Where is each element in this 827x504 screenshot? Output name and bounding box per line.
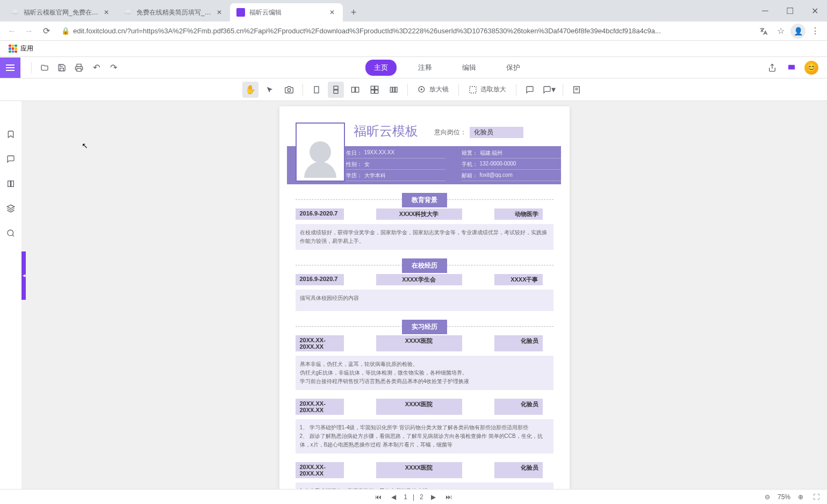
sidebar-collapse-handle[interactable] xyxy=(21,251,26,300)
intern-company[interactable]: XXXX医院 xyxy=(376,399,462,415)
save-button[interactable] xyxy=(55,61,68,74)
browser-tab-2[interactable]: ☁️ 免费在线精美简历填写_专业简历 ✕ xyxy=(117,3,230,21)
gender-value[interactable]: 女 xyxy=(364,161,370,168)
single-page-view[interactable] xyxy=(308,82,325,98)
comment-tool[interactable] xyxy=(522,82,538,98)
phone-value[interactable]: 132-0000-0000 xyxy=(480,161,516,168)
undo-button[interactable]: ↶ xyxy=(90,61,103,74)
tab-protect[interactable]: 保护 xyxy=(498,60,529,76)
position-value[interactable]: 化验员 xyxy=(470,127,523,138)
svg-rect-7 xyxy=(371,86,374,89)
layers-panel-button[interactable] xyxy=(4,202,17,215)
email-value[interactable]: foxit@qq.com xyxy=(480,172,513,179)
campus-date[interactable]: 2016.9-2020.7 xyxy=(296,274,344,285)
edu-value[interactable]: 大学本科 xyxy=(364,172,386,179)
intern-desc[interactable]: 1、 学习基础护理1-4级，牢固知识化所学 背识药物分类大致了解各类药物有那些治… xyxy=(296,419,553,453)
foxit-icon xyxy=(236,8,245,17)
close-icon[interactable]: ✕ xyxy=(102,8,111,17)
intern-role[interactable]: 化验员 xyxy=(494,399,543,415)
print-button[interactable] xyxy=(73,61,85,74)
intern-desc[interactable]: 1.大夫手术期间在一旁观察学习，干点力所能及的小活 xyxy=(296,483,553,489)
menu-button[interactable] xyxy=(0,57,20,78)
close-icon[interactable]: ✕ xyxy=(328,8,336,17)
birth-value[interactable]: 19XX.XX.XX xyxy=(364,149,395,157)
thumbnails-panel-button[interactable] xyxy=(4,177,17,190)
forward-button[interactable]: → xyxy=(21,24,37,39)
tab-title: 免费在线精美简历填写_专业简历 xyxy=(136,8,213,17)
gender-label: 性别： xyxy=(346,161,362,168)
facing-view[interactable] xyxy=(347,82,363,98)
tab-home[interactable]: 主页 xyxy=(365,60,397,76)
profile-button[interactable]: 👤 xyxy=(790,24,806,39)
close-window-button[interactable]: ✕ xyxy=(802,0,827,21)
document-canvas[interactable]: ↖ 福昕云模板 意向岗位： 化验员 生 xyxy=(21,101,827,489)
education-major[interactable]: 动物医学 xyxy=(494,208,543,220)
intern-date[interactable]: 20XX.XX-20XX.XX xyxy=(296,335,344,351)
intern-role[interactable]: 化验员 xyxy=(494,335,543,351)
svg-rect-22 xyxy=(11,181,13,187)
lock-icon: 🔒 xyxy=(61,27,69,35)
browser-tab-3-active[interactable]: 福昕云编辑 ✕ xyxy=(230,3,343,21)
bookmarks-panel-button[interactable] xyxy=(4,128,17,141)
intern-company[interactable]: XXXX医院 xyxy=(376,335,462,351)
intern-date[interactable]: 20XX.XX-20XX.XX xyxy=(296,399,344,415)
svg-rect-17 xyxy=(470,87,476,93)
campus-role[interactable]: XXXX干事 xyxy=(494,274,543,285)
comment-dropdown[interactable]: ▾ xyxy=(541,82,557,98)
comments-panel-button[interactable] xyxy=(4,153,17,165)
user-avatar[interactable]: 😊 xyxy=(804,61,818,75)
select-tool[interactable] xyxy=(262,82,278,98)
reload-button[interactable]: ⟳ xyxy=(39,24,54,39)
browser-tab-1[interactable]: ☁️ 福昕云模板官网_免费在线PDF模 ✕ xyxy=(4,3,117,21)
campus-desc[interactable]: 描写具体校园经历的内容 xyxy=(296,290,553,311)
edu-label: 学历： xyxy=(346,172,362,179)
campus-org[interactable]: XXXX学生会 xyxy=(376,274,462,285)
maximize-button[interactable]: ☐ xyxy=(778,0,802,21)
marquee-label: 选取放大 xyxy=(480,85,506,94)
continuous-view[interactable] xyxy=(328,82,344,98)
education-date[interactable]: 2016.9-2020.7 xyxy=(296,208,344,220)
intern-role[interactable]: 化验员 xyxy=(494,462,543,478)
open-button[interactable] xyxy=(38,61,51,74)
minimize-button[interactable]: ─ xyxy=(753,0,778,21)
snapshot-tool[interactable] xyxy=(281,82,297,98)
star-icon[interactable]: ☆ xyxy=(773,24,788,39)
tab-title: 福昕云模板官网_免费在线PDF模 xyxy=(24,8,100,17)
hand-tool[interactable]: ✋ xyxy=(242,82,258,98)
present-button[interactable] xyxy=(785,61,798,74)
share-button[interactable] xyxy=(766,61,779,74)
svg-rect-11 xyxy=(390,87,392,92)
svg-rect-9 xyxy=(371,90,374,93)
photo-placeholder[interactable] xyxy=(296,123,345,182)
native-value[interactable]: 福建.福州 xyxy=(480,149,503,157)
cover-facing-view[interactable] xyxy=(386,82,402,98)
menu-icon[interactable]: ⋮ xyxy=(808,24,823,39)
education-school[interactable]: XXXX科技大学 xyxy=(376,208,462,220)
svg-rect-21 xyxy=(8,181,10,187)
intern-desc[interactable]: 基本非瘟，伪狂犬，蓝耳，轮状病毒抗原的检验。 伪狂犬gE抗体，非瘟抗体，等抗体检… xyxy=(296,356,553,390)
education-desc[interactable]: 在校成绩较好，获得学业奖学金，国家助学金，国家励志奖学金等，专业课成绩优异，考试… xyxy=(296,224,553,250)
magnifier-button[interactable]: 放大镜 xyxy=(413,82,453,98)
svg-rect-10 xyxy=(375,90,378,93)
back-button[interactable]: ← xyxy=(4,24,19,39)
search-panel-button[interactable] xyxy=(4,227,17,240)
form-tool[interactable] xyxy=(569,82,585,98)
close-icon[interactable]: ✕ xyxy=(215,8,224,17)
new-tab-button[interactable]: + xyxy=(346,5,361,20)
tab-title: 福昕云编辑 xyxy=(249,8,326,17)
url-input[interactable]: 🔒 edit.foxitcloud.cn/?url=https%3A%2F%2F… xyxy=(56,24,754,39)
svg-point-23 xyxy=(8,230,13,236)
redo-button[interactable]: ↷ xyxy=(107,61,120,74)
intern-company[interactable]: XXXX医院 xyxy=(376,462,462,478)
apps-bookmark[interactable]: 应用 xyxy=(4,42,38,55)
intern-date[interactable]: 20XX.XX-20XX.XX xyxy=(296,462,344,478)
continuous-facing-view[interactable] xyxy=(366,82,383,98)
svg-rect-0 xyxy=(788,64,795,69)
svg-rect-2 xyxy=(314,87,319,93)
marquee-zoom-button[interactable]: 选取放大 xyxy=(464,82,510,98)
svg-rect-13 xyxy=(395,87,397,92)
tab-annotate[interactable]: 注释 xyxy=(409,60,441,76)
translate-icon[interactable] xyxy=(756,24,771,39)
window-controls: ─ ☐ ✕ xyxy=(753,0,827,21)
tab-edit[interactable]: 编辑 xyxy=(454,60,485,76)
